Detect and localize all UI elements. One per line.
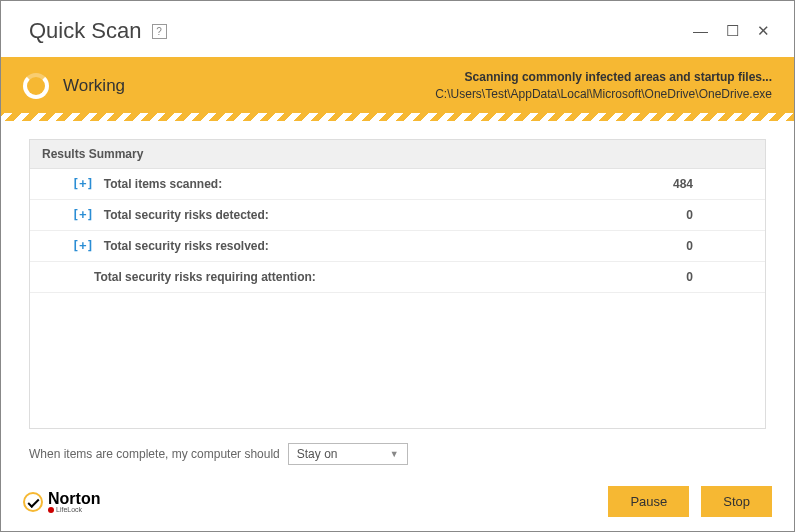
status-details: Scanning commonly infected areas and sta… <box>435 69 772 103</box>
help-icon[interactable]: ? <box>152 24 167 39</box>
bottom-bar: Norton LifeLock Pause Stop <box>1 474 794 531</box>
results-box: Results Summary [+] Total items scanned:… <box>29 139 766 429</box>
spinner-icon <box>23 73 49 99</box>
result-value: 0 <box>686 208 753 222</box>
dot-icon <box>48 507 54 513</box>
result-label: Total security risks requiring attention… <box>94 270 316 284</box>
action-buttons: Pause Stop <box>608 486 772 517</box>
minimize-icon[interactable]: — <box>693 22 708 40</box>
status-left: Working <box>23 73 125 99</box>
status-bar: Working Scanning commonly infected areas… <box>1 57 794 113</box>
completion-row: When items are complete, my computer sho… <box>1 429 794 465</box>
expand-icon[interactable]: [+] <box>72 208 94 222</box>
completion-prompt: When items are complete, my computer sho… <box>29 447 280 461</box>
maximize-icon[interactable]: ☐ <box>726 22 739 40</box>
expand-icon[interactable]: [+] <box>72 239 94 253</box>
progress-stripe <box>1 113 794 121</box>
completion-dropdown[interactable]: Stay on ▼ <box>288 443 408 465</box>
result-value: 0 <box>686 239 753 253</box>
result-row-attention: Total security risks requiring attention… <box>30 262 765 293</box>
result-label: Total security risks resolved: <box>104 239 269 253</box>
results-header: Results Summary <box>30 140 765 169</box>
stop-button[interactable]: Stop <box>701 486 772 517</box>
window-controls: — ☐ ✕ <box>693 22 778 40</box>
window-title: Quick Scan <box>29 18 142 44</box>
dropdown-value: Stay on <box>297 447 338 461</box>
titlebar: Quick Scan ? — ☐ ✕ <box>1 1 794 57</box>
result-value: 484 <box>673 177 753 191</box>
content: Results Summary [+] Total items scanned:… <box>1 121 794 429</box>
result-value: 0 <box>686 270 753 284</box>
chevron-down-icon: ▼ <box>390 449 399 459</box>
status-state: Working <box>63 76 125 96</box>
close-icon[interactable]: ✕ <box>757 22 770 40</box>
result-label: Total items scanned: <box>104 177 222 191</box>
scan-phase: Scanning commonly infected areas and sta… <box>435 69 772 86</box>
result-row-detected: [+] Total security risks detected: 0 <box>30 200 765 231</box>
pause-button[interactable]: Pause <box>608 486 689 517</box>
norton-logo: Norton LifeLock <box>23 490 100 513</box>
scan-path: C:\Users\Test\AppData\Local\Microsoft\On… <box>435 86 772 103</box>
expand-icon[interactable]: [+] <box>72 177 94 191</box>
result-label: Total security risks detected: <box>104 208 269 222</box>
checkmark-icon <box>23 492 43 512</box>
result-row-resolved: [+] Total security risks resolved: 0 <box>30 231 765 262</box>
result-row-scanned: [+] Total items scanned: 484 <box>30 169 765 200</box>
